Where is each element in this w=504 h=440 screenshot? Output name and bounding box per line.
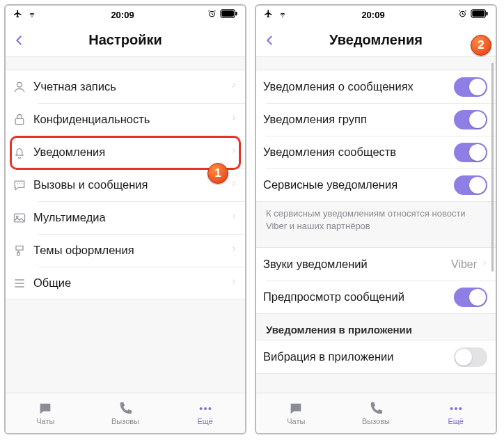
svg-point-16 bbox=[455, 407, 457, 410]
more-icon bbox=[448, 401, 464, 416]
toggle-groups[interactable] bbox=[454, 110, 487, 129]
row-label: Уведомления групп bbox=[263, 113, 454, 126]
status-time: 20:09 bbox=[111, 10, 134, 20]
settings-screen: 20:09 Настройки Учетная запись bbox=[4, 4, 246, 434]
svg-point-10 bbox=[208, 407, 211, 410]
toggle-row-communities: Уведомления сообществ bbox=[256, 136, 496, 168]
notifications-screen: 20:09 Уведомления Уведомления о сообщени… bbox=[255, 4, 497, 434]
toggle-communities[interactable] bbox=[454, 143, 487, 162]
chevron-right-icon bbox=[481, 258, 487, 271]
tab-calls[interactable]: Вызовы bbox=[336, 393, 416, 433]
row-label: Общие bbox=[33, 276, 230, 290]
row-label: Конфиденциальность bbox=[33, 113, 230, 126]
settings-row-account[interactable]: Учетная запись bbox=[6, 70, 245, 103]
chats-icon bbox=[288, 401, 304, 416]
back-button[interactable] bbox=[8, 24, 31, 57]
chevron-right-icon bbox=[230, 211, 237, 224]
back-button[interactable] bbox=[259, 24, 281, 57]
svg-point-4 bbox=[17, 82, 22, 87]
toggle-service[interactable] bbox=[454, 175, 487, 195]
tab-label: Ещё bbox=[197, 417, 213, 425]
svg-rect-2 bbox=[221, 10, 234, 16]
toggle-row-vibration: Вибрация в приложении bbox=[256, 340, 496, 373]
tab-label: Вызовы bbox=[362, 417, 390, 425]
chats-icon bbox=[37, 401, 54, 416]
row-label: Уведомления о сообщениях bbox=[263, 80, 454, 93]
wifi-icon bbox=[277, 10, 288, 20]
chevron-right-icon bbox=[230, 146, 237, 159]
row-label: Темы оформления bbox=[33, 244, 230, 257]
alarm-icon bbox=[458, 9, 467, 20]
row-label: Предпросмотр сообщений bbox=[263, 290, 454, 304]
toggle-row-groups: Уведомления групп bbox=[256, 103, 496, 136]
tab-label: Чаты bbox=[287, 417, 305, 425]
svg-rect-5 bbox=[15, 118, 24, 124]
service-footer: К сервисным уведомлениям относятся новос… bbox=[256, 202, 496, 240]
content: Уведомления о сообщениях Уведомления гру… bbox=[256, 57, 496, 393]
svg-rect-3 bbox=[235, 12, 237, 16]
row-label: Звуки уведомлений bbox=[263, 258, 451, 271]
settings-row-notifications[interactable]: Уведомления bbox=[6, 136, 245, 168]
settings-row-general[interactable]: Общие bbox=[6, 267, 245, 299]
status-time: 20:09 bbox=[361, 10, 384, 20]
person-icon bbox=[13, 80, 33, 94]
row-label: Уведомления сообществ bbox=[263, 146, 454, 159]
airplane-icon bbox=[13, 9, 23, 20]
tab-chats[interactable]: Чаты bbox=[6, 393, 86, 433]
svg-point-8 bbox=[199, 407, 202, 410]
content: Учетная запись Конфиденциальность Уведом… bbox=[6, 57, 245, 393]
tab-label: Чаты bbox=[36, 417, 54, 425]
row-label: Сервисные уведомления bbox=[263, 178, 454, 191]
tab-label: Вызовы bbox=[111, 417, 139, 425]
svg-point-9 bbox=[204, 407, 207, 410]
tab-label: Ещё bbox=[448, 417, 464, 425]
toggle-row-messages: Уведомления о сообщениях bbox=[256, 70, 496, 103]
row-value: Viber bbox=[451, 258, 477, 271]
page-title: Уведомления bbox=[262, 32, 490, 48]
wifi-icon bbox=[26, 10, 38, 20]
row-label: Вибрация в приложении bbox=[263, 350, 454, 363]
tab-more[interactable]: Ещё bbox=[165, 393, 245, 433]
svg-rect-13 bbox=[472, 10, 485, 16]
battery-icon bbox=[220, 9, 238, 20]
toggle-row-preview: Предпросмотр сообщений bbox=[256, 281, 496, 313]
row-label: Уведомления bbox=[33, 146, 230, 159]
settings-row-calls[interactable]: Вызовы и сообщения bbox=[6, 168, 245, 201]
tab-chats[interactable]: Чаты bbox=[256, 393, 336, 433]
chevron-right-icon bbox=[230, 113, 237, 126]
page-title: Настройки bbox=[11, 32, 239, 48]
row-sounds[interactable]: Звуки уведомлений Viber bbox=[256, 248, 496, 281]
settings-row-themes[interactable]: Темы оформления bbox=[6, 234, 245, 267]
brush-icon bbox=[13, 244, 33, 258]
settings-row-privacy[interactable]: Конфиденциальность bbox=[6, 103, 245, 136]
svg-point-17 bbox=[459, 407, 462, 410]
nav-bar: Уведомления bbox=[256, 24, 496, 57]
row-label: Мультимедиа bbox=[33, 211, 230, 224]
row-label: Вызовы и сообщения bbox=[33, 178, 230, 191]
lock-icon bbox=[13, 113, 33, 127]
chevron-right-icon bbox=[230, 276, 237, 290]
row-label: Учетная запись bbox=[33, 80, 230, 93]
toggle-preview[interactable] bbox=[454, 288, 487, 307]
tab-bar: Чаты Вызовы Ещё bbox=[6, 393, 245, 433]
chevron-right-icon bbox=[230, 178, 237, 191]
toggle-vibration[interactable] bbox=[454, 347, 487, 367]
chevron-right-icon bbox=[230, 80, 237, 93]
status-bar: 20:09 bbox=[256, 6, 496, 24]
toggle-messages[interactable] bbox=[454, 77, 487, 97]
chat-icon bbox=[13, 178, 33, 192]
toggle-row-service: Сервисные уведомления bbox=[256, 168, 496, 201]
svg-rect-14 bbox=[486, 12, 487, 16]
nav-bar: Настройки bbox=[6, 24, 245, 57]
phone-icon bbox=[118, 401, 133, 416]
scroll-indicator[interactable] bbox=[491, 63, 494, 272]
tab-calls[interactable]: Вызовы bbox=[86, 393, 166, 433]
settings-row-media[interactable]: Мультимедиа bbox=[6, 201, 245, 234]
chevron-right-icon bbox=[230, 244, 237, 257]
status-bar: 20:09 bbox=[6, 6, 245, 24]
tab-more[interactable]: Ещё bbox=[416, 393, 496, 433]
image-icon bbox=[13, 211, 33, 225]
airplane-icon bbox=[263, 9, 274, 20]
battery-icon bbox=[471, 9, 489, 20]
list-icon bbox=[13, 276, 33, 290]
